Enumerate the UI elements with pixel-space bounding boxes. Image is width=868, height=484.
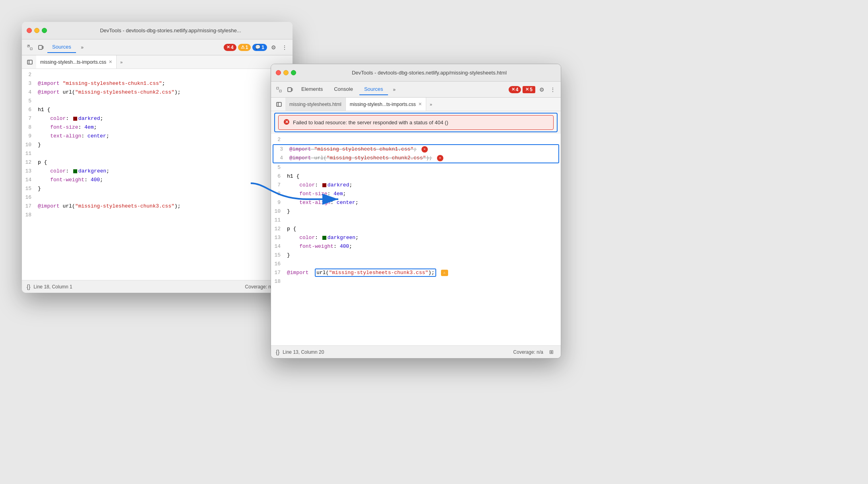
traffic-lights-1: [27, 28, 47, 33]
code-line-10: 10 }: [22, 141, 293, 149]
code-editor-1: 2 3 @import "missing-stylesheets-chukn1.…: [22, 69, 293, 280]
settings-icon-2[interactable]: ⚙: [537, 85, 546, 94]
file-tab-label-html: missing-stylesheets.html: [289, 102, 341, 107]
maximize-button-2[interactable]: [291, 70, 296, 75]
device-icon[interactable]: [36, 43, 46, 52]
code-line-15: 15 }: [22, 184, 293, 193]
w2-code-line-10: 10 }: [271, 207, 561, 216]
code-line-17: 17 @import url("missing-stylesheets-chun…: [22, 202, 293, 211]
code-line-11: 11: [22, 149, 293, 158]
w2-code-line-15: 15 }: [271, 251, 561, 260]
minimize-button-2[interactable]: [283, 70, 289, 75]
error-count-2b: 5: [530, 87, 533, 92]
more-options-icon-2[interactable]: ⋮: [548, 85, 558, 94]
inspect-icon-2[interactable]: [274, 85, 284, 94]
file-tab-label-1: missing-stylesh...ts-imports.css: [40, 59, 106, 65]
status-bar-1: {} Line 18, Column 1 Coverage: n/a ⊞: [22, 280, 293, 293]
devtools-window-1: DevTools - devtools-dbg-stories.netlify.…: [22, 22, 293, 293]
inline-error-badge-3: ✕: [421, 146, 428, 153]
tab-console-2[interactable]: Console: [329, 84, 358, 95]
file-tabs-1: missing-stylesh...ts-imports.css ✕ »: [22, 55, 293, 69]
w2-code-line-14: 14 font-weight: 400;: [271, 242, 561, 251]
more-tabs-icon[interactable]: »: [78, 43, 87, 52]
file-tab-css-2[interactable]: missing-stylesh...ts-imports.css ✕: [346, 98, 426, 111]
window-title-2: DevTools - devtools-dbg-stories.netlify.…: [302, 70, 556, 76]
w2-code-line-16: 16: [271, 260, 561, 268]
w2-code-line-8: 8 font-size: 4em;: [271, 190, 561, 198]
w2-code-line-6: 6 h1 {: [271, 172, 561, 181]
code-line-16: 16: [22, 193, 293, 202]
tab-sources-2[interactable]: Sources: [359, 84, 388, 95]
code-editor-2: 2 3 @import "missing-stylesheets-chukn1.…: [271, 134, 561, 345]
w2-code-line-11: 11: [271, 216, 561, 225]
svg-text:✕: ✕: [285, 120, 289, 124]
devtools-toolbar-1: Sources » ✕ 4 ⚠ 1 💬 1 ⚙ ⋮: [22, 39, 293, 55]
error-toast: ✕ Failed to load resource: the server re…: [278, 115, 554, 130]
code-line-14: 14 font-weight: 400;: [22, 176, 293, 184]
error-toast-container: ✕ Failed to load resource: the server re…: [271, 111, 561, 134]
status-bar-2: {} Line 13, Column 20 Coverage: n/a ⊞: [271, 345, 561, 358]
svg-rect-3: [39, 45, 42, 49]
window-title-1: DevTools - devtools-dbg-stories.netlify.…: [53, 27, 288, 33]
tab-sources-1[interactable]: Sources: [47, 41, 76, 53]
more-tabs-icon-2[interactable]: »: [390, 85, 399, 94]
error-toast-text: Failed to load resource: the server resp…: [293, 120, 448, 125]
svg-rect-10: [288, 88, 291, 92]
more-files-icon-1[interactable]: »: [117, 57, 126, 67]
devtools-toolbar-2: Elements Console Sources » ✕ 4 ✕ 5 ⚙ ⋮: [271, 82, 561, 98]
error-count-1: 4: [231, 45, 234, 50]
titlebar-2: DevTools - devtools-dbg-stories.netlify.…: [271, 64, 561, 82]
device-icon-2[interactable]: [285, 85, 295, 94]
w2-code-line-3: 3 @import "missing-stylesheets-chukn1.cs…: [273, 145, 558, 154]
traffic-lights-2: [276, 70, 296, 75]
w2-code-line-7: 7 color: darkred;: [271, 181, 561, 190]
status-position-2: Line 13, Column 20: [283, 349, 324, 355]
code-line-18: 18: [22, 211, 293, 219]
status-coverage-2: Coverage: n/a: [513, 349, 543, 355]
code-line-8: 8 font-size: 4em;: [22, 123, 293, 132]
file-tab-label-css: missing-stylesh...ts-imports.css: [350, 102, 416, 107]
tab-elements-2[interactable]: Elements: [296, 84, 328, 95]
code-line-4: 4 @import url("missing-stylesheets-chunk…: [22, 88, 293, 97]
svg-rect-1: [30, 48, 32, 50]
code-line-5: 5: [22, 97, 293, 106]
code-line-12: 12 p {: [22, 158, 293, 167]
w2-code-line-12: 12 p {: [271, 225, 561, 233]
close-button-1[interactable]: [27, 28, 32, 33]
w2-code-line-13: 13 color: darkgreen;: [271, 233, 561, 242]
minimize-button-1[interactable]: [34, 28, 39, 33]
error-highlight-box: ✕ Failed to load resource: the server re…: [274, 113, 558, 132]
maximize-button-1[interactable]: [42, 28, 47, 33]
screenshot-icon-2[interactable]: ⊞: [546, 347, 556, 357]
w2-code-line-9: 9 text-align: center;: [271, 198, 561, 207]
file-tabs-2: missing-stylesheets.html missing-stylesh…: [271, 98, 561, 111]
file-tab-html-2[interactable]: missing-stylesheets.html: [285, 98, 346, 111]
sidebar-toggle-icon-1[interactable]: [25, 57, 35, 67]
more-options-icon-1[interactable]: ⋮: [280, 43, 289, 52]
svg-rect-11: [292, 88, 293, 91]
close-tab-icon-1[interactable]: ✕: [109, 59, 112, 65]
svg-rect-8: [277, 87, 279, 89]
warning-count-1: 1: [246, 45, 248, 50]
sidebar-toggle-icon-2[interactable]: [274, 100, 284, 109]
inline-error-badge-4: ✕: [437, 155, 443, 161]
svg-rect-4: [43, 46, 43, 49]
curly-braces-icon-2: {}: [276, 349, 279, 355]
error-lines-highlight: 3 @import "missing-stylesheets-chukn1.cs…: [273, 144, 559, 163]
inline-warning-badge-17: ⚠: [441, 270, 448, 276]
code-line-3: 3 @import "missing-stylesheets-chukn1.cs…: [22, 79, 293, 88]
settings-icon-1[interactable]: ⚙: [269, 43, 278, 52]
svg-rect-12: [277, 102, 281, 106]
titlebar-1: DevTools - devtools-dbg-stories.netlify.…: [22, 22, 293, 39]
svg-rect-9: [279, 90, 281, 92]
error-toast-icon: ✕: [283, 119, 290, 126]
info-count-1: 1: [261, 45, 264, 50]
close-button-2[interactable]: [276, 70, 281, 75]
file-tab-css-1[interactable]: missing-stylesh...ts-imports.css ✕: [36, 55, 117, 69]
inspect-icon[interactable]: [25, 43, 35, 52]
more-files-icon-2[interactable]: »: [426, 100, 436, 109]
close-tab-icon-2[interactable]: ✕: [418, 102, 422, 107]
devtools-window-2: DevTools - devtools-dbg-stories.netlify.…: [271, 64, 561, 359]
w2-code-line-17: 17 @import url("missing-stylesheets-chun…: [271, 268, 561, 277]
curly-braces-icon-1: {}: [27, 284, 30, 290]
